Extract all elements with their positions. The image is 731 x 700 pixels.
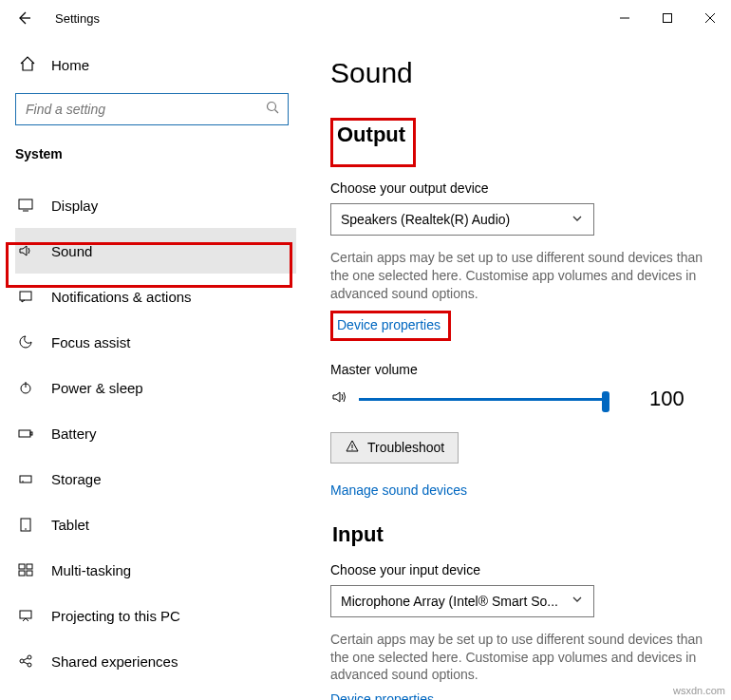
window-title: Settings [55,11,100,26]
sidebar-item-shared-experiences[interactable]: Shared experiences [15,638,296,684]
sidebar-item-projecting[interactable]: Projecting to this PC [15,593,296,638]
multitasking-icon [17,561,38,578]
input-choose-label: Choose your input device [330,562,722,577]
troubleshoot-button[interactable]: Troubleshoot [330,432,459,464]
output-heading: Output [335,121,407,149]
sidebar-item-label: Tablet [51,517,89,533]
output-device-dropdown[interactable]: Speakers (Realtek(R) Audio) [330,203,594,236]
sidebar-item-sound[interactable]: Sound [15,228,296,274]
svg-rect-22 [20,611,31,618]
svg-point-24 [28,655,31,659]
display-icon [17,197,38,214]
troubleshoot-label: Troubleshoot [367,440,444,455]
storage-icon [17,470,38,487]
svg-rect-7 [19,199,32,209]
home-nav[interactable]: Home [15,46,296,84]
svg-point-29 [351,449,352,450]
svg-point-23 [20,659,24,663]
svg-rect-20 [19,571,25,576]
page-title: Sound [330,57,722,89]
projecting-icon [17,607,38,624]
sidebar-item-label: Shared experiences [51,653,178,670]
sidebar-item-power-sleep[interactable]: Power & sleep [15,365,296,410]
output-device-value: Speakers (Realtek(R) Audio) [341,212,571,227]
svg-line-27 [24,662,28,664]
watermark: wsxdn.com [673,685,725,696]
svg-point-5 [268,103,276,111]
focus-assist-icon [17,333,38,350]
power-icon [17,379,38,396]
output-device-properties-link[interactable]: Device properties [337,317,440,332]
volume-slider[interactable] [359,389,606,408]
sidebar-section-label: System [15,146,296,161]
chevron-down-icon [571,212,584,228]
search-icon [266,101,280,118]
warning-icon [345,439,360,457]
sidebar-item-label: Battery [51,426,97,442]
slider-track [359,398,606,401]
input-heading: Input [330,520,722,549]
sidebar-item-storage[interactable]: Storage [15,456,296,501]
input-device-dropdown[interactable]: Microphone Array (Intel® Smart So... [330,585,594,617]
search-field[interactable] [26,102,266,117]
sidebar-item-notifications[interactable]: Notifications & actions [15,274,296,319]
svg-rect-14 [20,476,31,482]
battery-icon [17,425,38,442]
svg-rect-2 [663,14,671,23]
home-label: Home [51,57,89,73]
sidebar-item-battery[interactable]: Battery [15,410,296,456]
slider-thumb[interactable] [602,391,609,412]
home-icon [17,55,38,75]
volume-icon [330,388,349,409]
input-device-value: Microphone Array (Intel® Smart So... [341,594,571,609]
sound-icon [17,242,38,259]
chevron-down-icon [571,593,584,609]
sidebar-item-focus-assist[interactable]: Focus assist [15,319,296,365]
svg-point-25 [28,663,31,667]
notifications-icon [17,288,38,305]
search-input[interactable] [15,93,289,125]
sidebar-item-label: Power & sleep [51,380,143,396]
svg-line-6 [275,110,279,114]
tablet-icon [17,516,38,533]
sidebar-item-label: Display [51,198,98,214]
master-volume-label: Master volume [330,362,722,377]
sidebar-item-label: Sound [51,243,92,259]
svg-rect-9 [20,292,31,300]
sidebar-item-multitasking[interactable]: Multi-tasking [15,547,296,593]
close-button[interactable] [688,4,731,32]
svg-point-15 [22,481,24,482]
maximize-button[interactable] [646,4,688,32]
sidebar-item-tablet[interactable]: Tablet [15,501,296,547]
sidebar-item-display[interactable]: Display [15,182,296,228]
svg-rect-13 [30,432,32,435]
sidebar-item-label: Projecting to this PC [51,608,180,624]
sidebar-item-label: Multi-tasking [51,562,131,578]
manage-sound-devices-link[interactable]: Manage sound devices [330,482,467,498]
output-description: Certain apps may be set up to use differ… [330,249,720,303]
shared-icon [17,653,38,670]
svg-rect-21 [27,571,32,576]
input-device-properties-link[interactable]: Device properties [330,691,434,700]
minimize-button[interactable] [603,4,646,32]
output-choose-label: Choose your output device [330,180,722,196]
back-button[interactable] [9,4,38,32]
svg-point-17 [25,528,27,530]
svg-rect-18 [19,564,25,569]
svg-rect-12 [19,430,30,437]
volume-value: 100 [649,387,684,411]
svg-line-26 [24,658,28,660]
input-description: Certain apps may be set up to use differ… [330,631,720,685]
svg-rect-19 [27,564,32,569]
sidebar-item-label: Notifications & actions [51,289,192,305]
sidebar-item-label: Focus assist [51,334,130,350]
sidebar-item-label: Storage [51,471,102,487]
